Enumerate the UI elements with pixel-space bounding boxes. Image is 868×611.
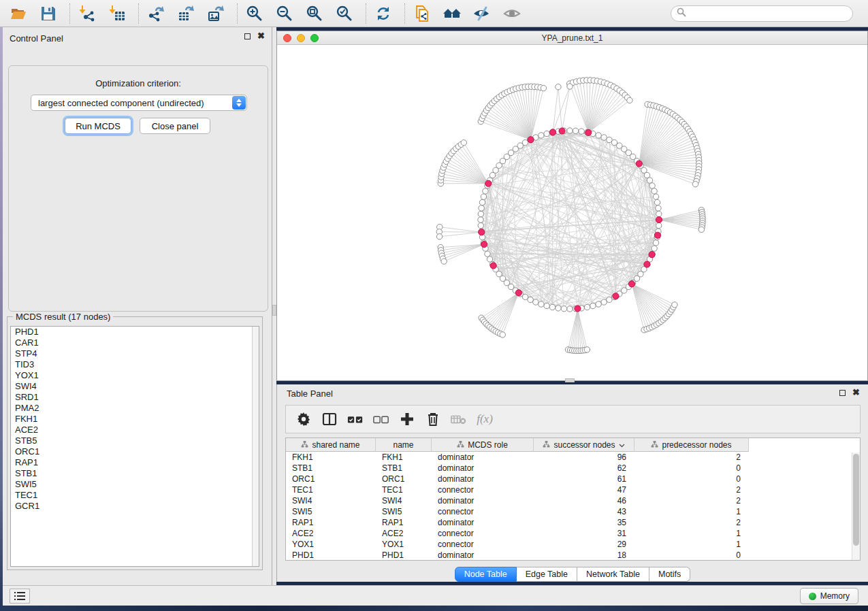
cell-successor-nodes[interactable]: 43 (534, 506, 634, 517)
cell-successor-nodes[interactable]: 47 (534, 484, 634, 495)
cell-successor-nodes[interactable]: 62 (534, 463, 634, 474)
cell-name[interactable]: ACE2 (376, 528, 432, 539)
hide-selected-icon[interactable] (472, 3, 492, 24)
select-stepper-icon[interactable] (232, 96, 246, 110)
show-columns-icon[interactable] (321, 411, 338, 427)
mcds-result-item[interactable]: STP4 (11, 348, 259, 359)
mcds-result-item[interactable]: SWI4 (11, 381, 259, 392)
cell-MCDS-role[interactable]: connector (432, 484, 534, 495)
cell-MCDS-role[interactable]: dominator (432, 517, 534, 528)
cell-name[interactable]: SWI4 (376, 495, 432, 506)
cell-name[interactable]: YOX1 (376, 539, 432, 550)
column-header-successor-nodes[interactable]: successor nodes (534, 438, 634, 452)
mcds-result-item[interactable]: SWI5 (11, 479, 259, 490)
cell-MCDS-role[interactable]: dominator (432, 495, 534, 506)
table-scrollbar[interactable] (852, 452, 860, 560)
tab-motifs[interactable]: Motifs (649, 567, 690, 582)
mcds-result-item[interactable]: ACE2 (11, 425, 259, 435)
import-network-icon[interactable] (77, 3, 97, 24)
mcds-result-item[interactable]: FKH1 (11, 414, 259, 425)
optimization-criterion-select[interactable]: largest connected component (undirected) (31, 95, 247, 111)
float-panel-icon[interactable] (244, 33, 251, 39)
column-header-predecessor-nodes[interactable]: predecessor nodes (634, 438, 749, 452)
tab-node-table[interactable]: Node Table (455, 567, 517, 582)
cell-MCDS-role[interactable]: dominator (432, 463, 534, 474)
export-network-icon[interactable] (146, 3, 166, 24)
zoom-selected-icon[interactable] (334, 3, 355, 24)
network-window-titlebar[interactable]: YPA_prune.txt_1 (277, 31, 867, 45)
column-header-MCDS-role[interactable]: MCDS role (432, 438, 534, 452)
cell-shared-name[interactable]: SWI5 (286, 506, 376, 517)
zoom-in-icon[interactable] (244, 3, 265, 24)
table-scrollbar-thumb[interactable] (853, 454, 859, 546)
mcds-result-item[interactable]: YOX1 (11, 370, 259, 381)
cell-shared-name[interactable]: ORC1 (286, 474, 376, 484)
cell-successor-nodes[interactable]: 96 (534, 452, 634, 463)
table-row[interactable]: PHD1PHD1dominator180 (286, 550, 860, 561)
cell-shared-name[interactable]: YOX1 (286, 539, 376, 550)
new-network-from-selection-icon[interactable] (412, 3, 432, 24)
search-box[interactable] (671, 5, 853, 22)
table-row[interactable]: SWI5SWI5connector431 (286, 506, 860, 517)
column-header-shared-name[interactable]: shared name (286, 438, 376, 452)
close-panel-icon[interactable]: ✖ (257, 33, 265, 39)
table-row[interactable]: FKH1FKH1dominator962 (286, 452, 860, 463)
cell-shared-name[interactable]: SWI4 (286, 495, 376, 506)
cell-predecessor-nodes[interactable]: 2 (634, 495, 749, 506)
mcds-result-item[interactable]: STB1 (11, 468, 259, 479)
cell-MCDS-role[interactable]: connector (432, 506, 534, 517)
cell-shared-name[interactable]: TEC1 (286, 484, 376, 495)
export-table-icon[interactable] (176, 3, 196, 24)
cell-predecessor-nodes[interactable]: 0 (634, 474, 749, 484)
cell-name[interactable]: SWI5 (376, 506, 432, 517)
mcds-result-item[interactable]: CAR1 (11, 337, 259, 348)
mcds-result-item[interactable]: PMA2 (11, 403, 259, 414)
column-header-name[interactable]: name (376, 438, 432, 452)
mcds-result-item[interactable]: ORC1 (11, 446, 259, 457)
cell-predecessor-nodes[interactable]: 1 (634, 539, 749, 550)
table-row[interactable]: ACE2ACE2connector311 (286, 528, 860, 539)
cell-MCDS-role[interactable]: connector (432, 539, 534, 550)
cell-name[interactable]: ORC1 (376, 474, 432, 484)
table-row[interactable]: TEC1TEC1connector472 (286, 484, 860, 495)
cell-shared-name[interactable]: ACE2 (286, 528, 376, 539)
deselect-all-icon[interactable] (373, 411, 389, 427)
search-input[interactable] (686, 9, 852, 18)
mcds-result-item[interactable]: TEC1 (11, 490, 259, 501)
task-history-button[interactable] (10, 589, 30, 604)
mcds-result-item[interactable]: GCR1 (11, 501, 259, 512)
cell-predecessor-nodes[interactable]: 1 (634, 528, 749, 539)
delete-column-trash-icon[interactable] (425, 411, 441, 427)
save-session-icon[interactable] (38, 3, 59, 24)
mcds-result-list[interactable]: PHD1CAR1STP4TID3YOX1SWI4SRD1PMA2FKH1ACE2… (10, 326, 259, 567)
cell-successor-nodes[interactable]: 35 (534, 517, 634, 528)
cell-successor-nodes[interactable]: 18 (534, 550, 634, 561)
close-panel-button[interactable]: Close panel (140, 118, 210, 134)
first-neighbors-icon[interactable] (442, 3, 462, 24)
cell-predecessor-nodes[interactable]: 2 (634, 517, 749, 528)
cell-successor-nodes[interactable]: 31 (534, 528, 634, 539)
table-row[interactable]: YOX1YOX1connector291 (286, 539, 860, 550)
cell-successor-nodes[interactable]: 61 (534, 474, 634, 484)
tab-network-table[interactable]: Network Table (577, 567, 649, 582)
cell-predecessor-nodes[interactable]: 1 (634, 506, 749, 517)
cell-successor-nodes[interactable]: 46 (534, 495, 634, 506)
cell-name[interactable]: TEC1 (376, 484, 432, 495)
cell-shared-name[interactable]: FKH1 (286, 452, 376, 463)
mcds-result-item[interactable]: SRD1 (11, 392, 259, 403)
zoom-fit-icon[interactable] (304, 3, 325, 24)
cell-successor-nodes[interactable]: 29 (534, 539, 634, 550)
cell-shared-name[interactable]: STB1 (286, 463, 376, 474)
cell-MCDS-role[interactable]: dominator (432, 550, 534, 561)
table-row[interactable]: SWI4SWI4dominator462 (286, 495, 860, 506)
add-column-icon[interactable] (399, 411, 415, 427)
table-settings-gear-icon[interactable] (295, 411, 312, 427)
mcds-result-item[interactable]: PHD1 (11, 327, 259, 337)
cell-name[interactable]: RAP1 (376, 517, 432, 528)
cell-MCDS-role[interactable]: dominator (432, 452, 534, 463)
export-image-icon[interactable] (206, 3, 226, 24)
tab-edge-table[interactable]: Edge Table (517, 567, 577, 582)
float-table-panel-icon[interactable] (839, 390, 846, 396)
mcds-result-item[interactable]: STB5 (11, 435, 259, 446)
mcds-result-item[interactable]: RAP1 (11, 457, 259, 468)
